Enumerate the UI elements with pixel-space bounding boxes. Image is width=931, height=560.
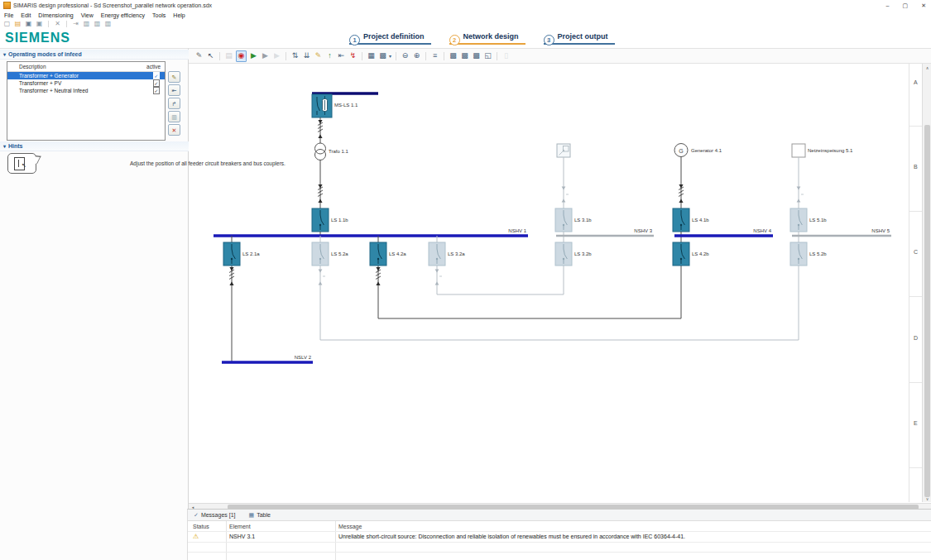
frame-row-e: E xyxy=(914,420,918,426)
arrow-icon xyxy=(562,187,566,190)
export-image-icon[interactable]: ▩ xyxy=(378,51,387,61)
breaker-label: LS 4.1b xyxy=(692,218,709,223)
active-checkbox[interactable]: ✓ xyxy=(153,79,161,87)
breaker-ls-5-2a[interactable]: LS 5.2a xyxy=(312,242,348,266)
wire-deenergized[interactable] xyxy=(437,236,564,294)
maximize-button[interactable]: ▢ xyxy=(903,2,909,9)
step-2-label: Network design xyxy=(463,31,519,41)
infeed-row-transformer-neutral-infeed[interactable]: Transformer + Neutral Infeed ✓ xyxy=(7,87,165,94)
tab-table[interactable]: ▦ Table xyxy=(249,512,271,519)
column-element[interactable]: Element xyxy=(229,524,251,529)
minimize-button[interactable]: – xyxy=(886,2,890,8)
edit-tool-icon[interactable]: ✎ xyxy=(194,51,204,61)
breaker-ls-3-2a[interactable]: LS 3.2a xyxy=(429,242,465,266)
breaker-ls-4-2a[interactable]: LS 4.2a xyxy=(370,242,406,266)
annotate-icon[interactable]: ✎ xyxy=(314,51,323,61)
new-file-icon[interactable]: ▢ xyxy=(3,20,11,27)
view-graphic-icon[interactable]: ▩ xyxy=(449,51,458,61)
column-message[interactable]: Message xyxy=(338,524,362,529)
dropdown-arrow-icon[interactable]: ▾ xyxy=(389,53,391,59)
section-hints[interactable]: ▾ Hints xyxy=(0,141,191,151)
generator-symbol[interactable]: G Generator 4.1 xyxy=(674,144,722,157)
mode-buttons: ✎ ⇤ ↱ ▥ ✕ xyxy=(168,71,180,136)
breaker-ls-2-1a[interactable]: LS 2.1a xyxy=(223,242,260,266)
wire[interactable] xyxy=(378,236,681,318)
menu-edit[interactable]: Edit xyxy=(21,12,31,18)
properties-icon[interactable]: ▤ xyxy=(224,51,233,61)
grid-infeed-symbol[interactable]: Netzeinspeisung 5.1 xyxy=(792,144,853,157)
zoom-in-icon[interactable]: ⊕ xyxy=(412,51,421,61)
record-operating-mode-icon[interactable]: ◉ xyxy=(236,50,247,62)
duplicate-icon[interactable]: ▥ xyxy=(104,20,112,27)
levels-icon[interactable]: ≡ xyxy=(430,51,439,61)
menu-dimensioning[interactable]: Dimensioning xyxy=(38,12,73,18)
copy-mode-button[interactable]: ▥ xyxy=(168,111,180,122)
grid-view-icon[interactable]: ▦ xyxy=(367,51,376,61)
save-icon[interactable]: ▣ xyxy=(25,20,32,27)
arrange-down-icon[interactable]: ⇊ xyxy=(302,51,311,61)
breaker-ls-3-1b[interactable]: LS 3.1b xyxy=(555,208,592,232)
arrow-icon xyxy=(319,282,323,285)
select-tool-icon[interactable]: ↖ xyxy=(206,51,215,61)
open-file-icon[interactable]: ▤ xyxy=(14,20,22,27)
mv-switch-ms-ls-1-1[interactable]: MS-LS 1.1 xyxy=(312,94,358,117)
menu-help[interactable]: Help xyxy=(173,12,185,18)
step-dimensioning-icon[interactable]: ▶ xyxy=(261,51,270,61)
column-description[interactable]: Description xyxy=(7,64,46,69)
delete-icon[interactable]: ✕ xyxy=(54,20,61,27)
short-circuit-icon[interactable]: ↯ xyxy=(348,51,358,61)
step-network-design[interactable]: 2 Network design xyxy=(449,31,525,45)
breaker-ls-5-2b[interactable]: LS 5.2b xyxy=(790,242,827,266)
table-header: Description active xyxy=(7,62,165,72)
new-window-icon[interactable]: ◱ xyxy=(483,51,492,61)
message-text[interactable]: Unreliable short-circuit source: Disconn… xyxy=(338,534,685,539)
scroll-down-icon[interactable]: ∨ xyxy=(923,495,931,502)
column-status[interactable]: Status xyxy=(193,524,209,529)
align-icon[interactable]: ⇤ xyxy=(337,51,346,61)
arrange-up-icon[interactable]: ⇅ xyxy=(290,51,300,61)
view-overview-icon[interactable]: ▩ xyxy=(460,51,469,61)
breaker-ls-5-1b[interactable]: LS 5.1b xyxy=(790,208,827,232)
step-project-output[interactable]: 3 Project output xyxy=(544,31,615,45)
menu-tools[interactable]: Tools xyxy=(152,12,166,18)
transformer-symbol[interactable]: Trafo 1.1 xyxy=(315,143,349,160)
vertical-scrollbar[interactable]: ∧ ∨ xyxy=(922,64,931,502)
siemens-logo: SIEMENS xyxy=(5,31,70,45)
scroll-up-icon[interactable]: ∧ xyxy=(923,64,931,71)
message-element[interactable]: NSHV 3.1 xyxy=(229,534,255,539)
branch-button[interactable]: ↱ xyxy=(168,98,180,109)
edit-button[interactable]: ✎ xyxy=(168,71,180,83)
save-as-icon[interactable]: ▣ xyxy=(36,20,43,27)
delete-mode-button[interactable]: ✕ xyxy=(168,124,180,136)
infeed-row-transformer-generator[interactable]: Transformer + Generator ✓ xyxy=(7,72,165,79)
paste-icon[interactable]: ▥ xyxy=(94,20,101,27)
vertical-scroll-thumb[interactable] xyxy=(924,125,930,497)
section-operating-modes[interactable]: ▾ Operating modes of infeed xyxy=(0,50,191,60)
copy-icon[interactable]: ▥ xyxy=(83,20,90,27)
menu-view[interactable]: View xyxy=(81,12,94,18)
breaker-ls-3-2b[interactable]: LS 3.2b xyxy=(555,242,592,266)
detach-icon[interactable]: ⇥ xyxy=(72,20,79,27)
start-dimensioning-icon[interactable]: ▶ xyxy=(249,51,258,61)
active-checkbox[interactable]: ✓ xyxy=(153,72,161,79)
insert-button[interactable]: ⇤ xyxy=(168,84,180,96)
network-diagram[interactable]: MS-LS 1.1 Trafo 1.1 LS 1.1b NSHV 1 xyxy=(189,64,910,502)
breaker-ls-1-1b[interactable]: LS 1.1b xyxy=(312,208,348,232)
split-view-icon[interactable]: ▯ xyxy=(501,51,511,61)
move-up-icon[interactable]: ↑ xyxy=(325,51,334,61)
step-project-definition[interactable]: 1 Project definition xyxy=(349,31,431,45)
active-checkbox[interactable]: ✓ xyxy=(153,87,161,94)
column-active[interactable]: active xyxy=(146,64,165,69)
breaker-ls-4-2b[interactable]: LS 4.2b xyxy=(673,242,709,266)
menu-file[interactable]: File xyxy=(4,12,13,18)
view-pan-icon[interactable]: ▩ xyxy=(472,51,481,61)
breaker-ls-4-1b[interactable]: LS 4.1b xyxy=(673,208,709,232)
infeed-row-transformer-pv[interactable]: Transformer + PV ✓ xyxy=(7,79,165,87)
step-1-label: Project definition xyxy=(363,31,425,41)
menu-energy-efficiency[interactable]: Energy efficiency xyxy=(101,12,145,18)
pv-symbol[interactable] xyxy=(557,144,570,157)
tab-messages[interactable]: ✓ Messages [1] xyxy=(194,512,236,519)
run-all-icon[interactable]: ▶ xyxy=(272,51,281,61)
zoom-out-icon[interactable]: ⊖ xyxy=(401,51,410,61)
close-button[interactable]: ✕ xyxy=(921,2,926,9)
